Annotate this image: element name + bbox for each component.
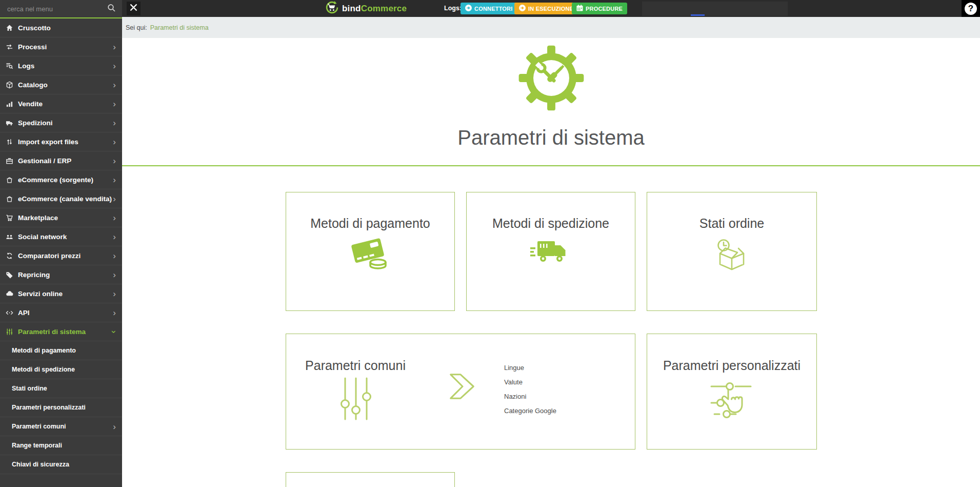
sidebar-subitem-chiavi-di-sicurezza[interactable]: Chiavi di sicurezza — [0, 455, 122, 474]
vertical-sliders-icon — [337, 375, 374, 424]
page-title: Parametri di sistema — [122, 126, 980, 149]
sidebar-item-import-export[interactable]: Import export files — [0, 132, 122, 151]
breadcrumb-prefix: Sei qui: — [126, 24, 147, 31]
sidebar-item-logs[interactable]: Logs — [0, 56, 122, 75]
chevron-right-icon — [113, 289, 116, 298]
card-partial-bottom[interactable] — [286, 472, 455, 487]
link-nazioni[interactable]: Nazioni — [504, 389, 556, 404]
sidebar-subitem-parametri-personalizzati[interactable]: Parametri personalizzati — [0, 398, 122, 417]
help-button[interactable]: ? — [962, 0, 980, 17]
box-clock-icon — [647, 237, 816, 275]
chevron-right-icon — [113, 232, 116, 241]
sidebar-item-spedizioni[interactable]: Spedizioni — [0, 113, 122, 132]
cart-icon — [6, 214, 18, 222]
sidebar-subitem-range-temporali[interactable]: Range temporali — [0, 436, 122, 455]
chevron-right-icon — [113, 43, 116, 51]
code-icon — [6, 309, 18, 317]
video-embed[interactable] — [642, 2, 788, 16]
sidebar-item-catalogo[interactable]: Catalogo — [0, 75, 122, 94]
chevron-right-icon — [113, 100, 116, 108]
video-progress-bar — [691, 14, 705, 16]
briefcase-icon — [6, 157, 18, 165]
calendar-icon — [576, 5, 583, 12]
card-parametri-personalizzati[interactable]: Parametri personalizzati — [647, 334, 817, 450]
link-categorie-google[interactable]: Categorie Google — [504, 404, 556, 418]
card-parametri-comuni[interactable]: Parametri comuni Lingue Valute Nazioni C… — [286, 334, 635, 450]
topbar: bindCommerce Logs: CONNETTORI IN ESECUZI… — [0, 0, 980, 17]
search-icon[interactable] — [107, 4, 116, 14]
chevron-down-icon — [110, 330, 119, 333]
sidebar-item-comparatori-prezzi[interactable]: Comparatori prezzi — [0, 246, 122, 265]
price-tag-icon — [6, 271, 18, 279]
sidebar-item-ecommerce-sorgente[interactable]: eCommerce (sorgente) — [0, 170, 122, 189]
package-icon — [6, 81, 18, 89]
hand-sliders-icon — [647, 378, 816, 423]
big-chevron-icon — [447, 372, 476, 403]
link-lingue[interactable]: Lingue — [504, 361, 556, 375]
chevron-right-icon — [113, 251, 116, 260]
sidebar-subitem-metodi-di-pagamento[interactable]: Metodi di pagamento — [0, 341, 122, 360]
link-valute[interactable]: Valute — [504, 375, 556, 389]
circle-arrow-icon — [465, 5, 472, 12]
circle-arrow-icon — [519, 5, 526, 12]
sidebar-item-vendite[interactable]: Vendite — [0, 94, 122, 113]
sidebar-item-processi[interactable]: Processi — [0, 37, 122, 56]
sidebar-subitem-stati-ordine[interactable]: Stati ordine — [0, 379, 122, 398]
sliders-icon — [6, 328, 18, 336]
page-hero: Parametri di sistema — [122, 38, 980, 149]
sidebar-item-cruscotto[interactable]: Cruscotto — [0, 18, 122, 37]
cloud-icon — [6, 290, 18, 298]
breadcrumb-current-link[interactable]: Parametri di sistema — [150, 24, 209, 31]
shopping-bag-icon — [6, 195, 18, 203]
chevron-right-icon — [113, 422, 116, 431]
logo-wordmark: bindCommerce — [342, 4, 407, 14]
log-list-icon — [6, 62, 18, 70]
card-stati-ordine[interactable]: Stati ordine — [647, 192, 817, 311]
sidebar-item-marketplace[interactable]: Marketplace — [0, 208, 122, 227]
bindcommerce-logo[interactable]: bindCommerce — [325, 2, 407, 15]
procedure-button[interactable]: PROCEDURE — [572, 3, 627, 14]
close-menu-button[interactable] — [127, 2, 141, 15]
shopping-bag-icon — [6, 176, 18, 184]
chevron-right-icon — [113, 119, 116, 127]
logs-label: Logs: — [444, 5, 462, 12]
compare-arrows-icon — [6, 252, 18, 260]
sidebar-item-gestionali-erp[interactable]: Gestionali / ERP — [0, 151, 122, 170]
sidebar-subitem-metodi-di-spedizione[interactable]: Metodi di spedizione — [0, 360, 122, 379]
chevron-right-icon — [113, 176, 116, 184]
truck-icon — [6, 119, 18, 127]
sidebar-item-parametri-di-sistema[interactable]: Parametri di sistema — [0, 322, 122, 341]
in-esecuzione-button[interactable]: IN ESECUZIONE — [514, 3, 578, 14]
home-icon — [6, 24, 18, 32]
common-parameters-links: Lingue Valute Nazioni Categorie Google — [504, 361, 556, 418]
sidebar-subitem-parametri-comuni[interactable]: Parametri comuni — [0, 417, 122, 436]
credit-card-icon — [286, 237, 454, 271]
sidebar-item-servizi-online[interactable]: Servizi online — [0, 284, 122, 303]
chevron-right-icon — [113, 213, 116, 222]
menu-search-input[interactable] — [6, 5, 107, 13]
chevron-right-icon — [113, 308, 116, 317]
up-down-arrows-icon — [6, 138, 18, 146]
people-icon — [6, 233, 18, 241]
sidebar-item-social-network[interactable]: Social network — [0, 227, 122, 246]
chevron-right-icon — [113, 62, 116, 70]
chevron-right-icon — [113, 81, 116, 89]
chevron-right-icon — [113, 270, 116, 279]
sidebar-item-api[interactable]: API — [0, 303, 122, 322]
delivery-truck-icon — [467, 237, 635, 267]
close-icon — [130, 4, 137, 13]
chevron-right-icon — [113, 157, 116, 165]
connettori-button[interactable]: CONNETTORI — [461, 3, 517, 14]
menu-search-row — [0, 0, 122, 18]
card-metodi-di-pagamento[interactable]: Metodi di pagamento — [286, 192, 455, 311]
question-mark-icon: ? — [965, 3, 977, 15]
cards-grid: Metodi di pagamento Metodi di spedizione — [286, 192, 817, 487]
process-icon — [6, 43, 18, 51]
card-metodi-di-spedizione[interactable]: Metodi di spedizione — [466, 192, 635, 311]
chevron-right-icon — [113, 194, 116, 203]
gear-tools-icon — [517, 44, 585, 114]
sidebar-item-repricing[interactable]: Repricing — [0, 265, 122, 284]
main-content: Parametri di sistema Metodi di pagamento… — [122, 38, 980, 487]
breadcrumb: Sei qui: Parametri di sistema — [122, 17, 980, 38]
sidebar-item-ecommerce-canale[interactable]: eCommerce (canale vendita) — [0, 189, 122, 208]
